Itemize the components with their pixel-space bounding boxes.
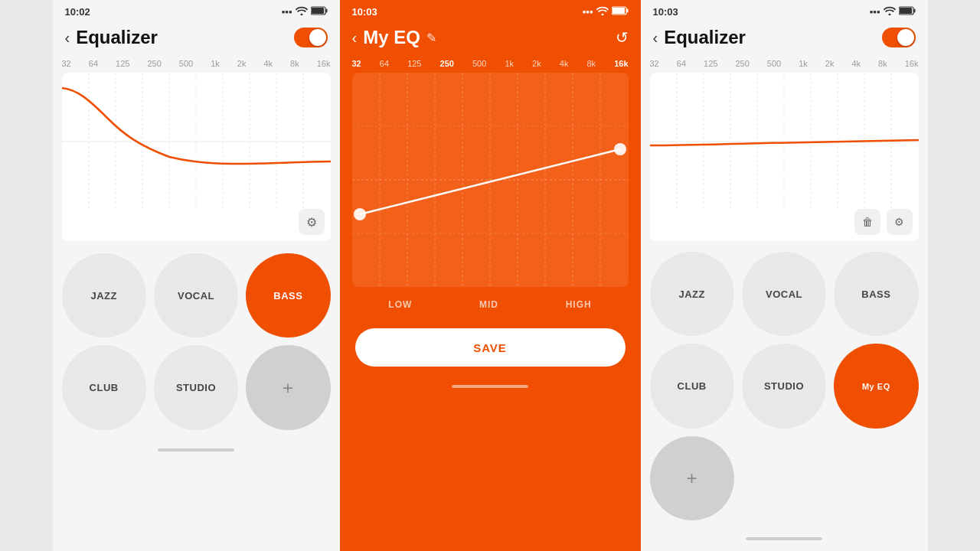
toggle-3[interactable] bbox=[882, 28, 916, 47]
battery-icon-3 bbox=[899, 6, 916, 18]
eq-curve-2 bbox=[352, 73, 629, 287]
back-btn-3[interactable]: ‹ bbox=[653, 29, 658, 47]
status-bar-1: 10:02 ▪▪▪ bbox=[53, 0, 340, 21]
title-1: Equalizer bbox=[76, 27, 293, 48]
status-bar-3: 10:03 ▪▪▪ bbox=[641, 0, 928, 21]
band-high: HIGH bbox=[566, 299, 592, 310]
preset-studio-1[interactable]: STUDIO bbox=[154, 345, 238, 429]
screen-1: 10:02 ▪▪▪ ‹ Equalizer 32 64 125 250 500 … bbox=[53, 0, 340, 551]
settings-btn-1[interactable]: ⚙ bbox=[299, 209, 325, 235]
freq-labels-3: 32 64 125 250 500 1k 2k 4k 8k 16k bbox=[641, 54, 928, 70]
title-3: Equalizer bbox=[664, 27, 881, 48]
signal-icon-2: ▪▪▪ bbox=[583, 6, 593, 18]
preset-club-1[interactable]: CLUB bbox=[62, 345, 146, 429]
svg-rect-15 bbox=[612, 8, 625, 14]
battery-icon-2 bbox=[612, 6, 629, 18]
preset-add-1[interactable]: + bbox=[246, 345, 330, 429]
preset-add-3[interactable]: + bbox=[650, 436, 734, 520]
signal-icon-3: ▪▪▪ bbox=[870, 6, 880, 18]
chart-area-2 bbox=[352, 73, 629, 287]
svg-rect-14 bbox=[626, 9, 628, 13]
eq-chart-1: ⚙ bbox=[62, 73, 331, 241]
header-3: ‹ Equalizer bbox=[641, 21, 928, 54]
toggle-1[interactable] bbox=[294, 28, 328, 47]
signal-icon-1: ▪▪▪ bbox=[282, 6, 292, 18]
svg-rect-1 bbox=[325, 9, 327, 13]
svg-rect-2 bbox=[312, 8, 324, 14]
home-bar-1 bbox=[158, 448, 234, 452]
back-btn-1[interactable]: ‹ bbox=[65, 29, 70, 47]
eq-curve-1 bbox=[62, 73, 331, 210]
status-icons-1: ▪▪▪ bbox=[282, 6, 328, 18]
home-indicator-1 bbox=[53, 439, 340, 455]
preset-bass-1[interactable]: BASS bbox=[246, 253, 330, 337]
action-btns-3: 🗑 ⚙ bbox=[854, 209, 913, 235]
presets-1: JAZZ VOCAL BASS CLUB STUDIO + bbox=[53, 244, 340, 439]
save-btn[interactable]: SAVE bbox=[355, 328, 626, 367]
svg-line-28 bbox=[360, 149, 620, 214]
svg-point-29 bbox=[354, 208, 366, 220]
svg-rect-33 bbox=[900, 8, 912, 14]
back-btn-2[interactable]: ‹ bbox=[352, 29, 358, 47]
home-bar-2 bbox=[452, 385, 528, 388]
home-bar-3 bbox=[746, 537, 822, 540]
eq-chart-2[interactable] bbox=[352, 73, 629, 287]
band-labels: LOW MID HIGH bbox=[340, 293, 641, 316]
preset-vocal-3[interactable]: VOCAL bbox=[742, 252, 826, 336]
time-3: 10:03 bbox=[653, 6, 678, 18]
eq-curve-3 bbox=[650, 73, 919, 210]
band-low: LOW bbox=[388, 299, 412, 310]
edit-icon[interactable]: ✎ bbox=[426, 31, 436, 45]
header-1: ‹ Equalizer bbox=[53, 21, 340, 54]
header-2: ‹ My EQ ✎ ↺ bbox=[340, 21, 641, 54]
status-icons-3: ▪▪▪ bbox=[870, 6, 916, 18]
settings-btn-3[interactable]: ⚙ bbox=[887, 209, 913, 235]
svg-rect-32 bbox=[913, 9, 915, 13]
home-indicator-3 bbox=[641, 528, 928, 543]
time-2: 10:03 bbox=[352, 6, 377, 18]
preset-myeq-3[interactable]: My EQ bbox=[834, 344, 918, 428]
band-mid: MID bbox=[479, 299, 498, 310]
preset-club-3[interactable]: CLUB bbox=[650, 344, 734, 428]
preset-vocal-1[interactable]: VOCAL bbox=[154, 253, 238, 337]
save-btn-container: SAVE bbox=[340, 319, 641, 376]
presets-3: JAZZ VOCAL BASS CLUB STUDIO My EQ + bbox=[641, 244, 928, 528]
preset-jazz-3[interactable]: JAZZ bbox=[650, 252, 734, 336]
status-icons-2: ▪▪▪ bbox=[583, 6, 629, 18]
preset-jazz-1[interactable]: JAZZ bbox=[62, 253, 146, 337]
status-bar-2: 10:03 ▪▪▪ bbox=[340, 0, 641, 21]
wifi-icon-1 bbox=[296, 6, 308, 18]
eq-title: My EQ bbox=[363, 27, 420, 48]
delete-btn-3[interactable]: 🗑 bbox=[854, 209, 880, 235]
eq-title-row: My EQ ✎ bbox=[363, 27, 615, 48]
freq-labels-2: 32 64 125 250 500 1k 2k 4k 8k 16k bbox=[340, 54, 641, 70]
preset-studio-3[interactable]: STUDIO bbox=[742, 344, 826, 428]
wifi-icon-2 bbox=[596, 6, 609, 18]
screen-2: 10:03 ▪▪▪ ‹ My EQ ✎ ↺ 32 64 125 250 500 … bbox=[340, 0, 641, 551]
reset-btn[interactable]: ↺ bbox=[616, 28, 629, 47]
battery-icon-1 bbox=[311, 6, 328, 18]
freq-labels-1: 32 64 125 250 500 1k 2k 4k 8k 16k bbox=[53, 54, 340, 70]
eq-chart-3: 🗑 ⚙ bbox=[650, 73, 919, 241]
home-indicator-2 bbox=[340, 376, 641, 391]
wifi-icon-3 bbox=[884, 6, 896, 18]
time-1: 10:02 bbox=[65, 6, 90, 18]
svg-point-30 bbox=[614, 143, 626, 155]
screen-3: 10:03 ▪▪▪ ‹ Equalizer 32 64 125 250 500 … bbox=[641, 0, 928, 551]
preset-bass-3[interactable]: BASS bbox=[834, 252, 918, 336]
chart-area-1 bbox=[62, 73, 331, 210]
chart-area-3 bbox=[650, 73, 919, 210]
